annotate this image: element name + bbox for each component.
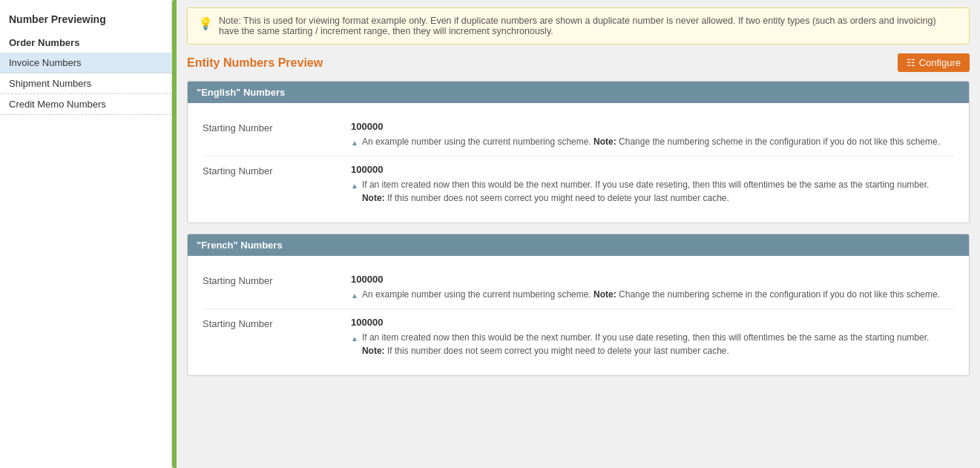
row-content: 100000▲An example number using the curre… (351, 274, 954, 301)
row-label: Starting Number (203, 274, 351, 286)
info-triangle-icon: ▲ (351, 290, 358, 301)
info-triangle-icon: ▲ (351, 333, 358, 344)
configure-icon: ☷ (907, 57, 915, 68)
info-text: If an item created now then this would b… (362, 178, 954, 205)
notice-text: Note: This is used for viewing format ex… (219, 16, 958, 36)
row-label: Starting Number (203, 317, 351, 329)
sidebar-title: Number Previewing (0, 7, 171, 33)
row-number: 100000 (351, 121, 954, 132)
notice-icon: 💡 (198, 16, 213, 30)
row-content: 100000▲An example number using the curre… (351, 121, 954, 148)
number-row-english-0: Starting Number100000▲An example number … (203, 113, 954, 156)
sections-container: "English" NumbersStarting Number100000▲A… (187, 81, 970, 376)
sidebar-group-label: Order Numbers (0, 33, 171, 53)
main-content: 💡 Note: This is used for viewing format … (177, 0, 980, 468)
number-row-english-1: Starting Number100000▲If an item created… (203, 156, 954, 212)
section-french: "French" NumbersStarting Number100000▲An… (187, 234, 970, 376)
number-row-french-0: Starting Number100000▲An example number … (203, 266, 954, 309)
row-number: 100000 (351, 274, 954, 285)
row-number: 100000 (351, 164, 954, 175)
row-info: ▲If an item created now then this would … (351, 331, 954, 357)
page-title: Entity Numbers Preview (187, 56, 323, 70)
info-text: If an item created now then this would b… (362, 331, 954, 357)
configure-label: Configure (919, 57, 961, 68)
sidebar-item-credit-memo[interactable]: Credit Memo Numbers (0, 94, 171, 115)
row-content: 100000▲If an item created now then this … (351, 317, 954, 357)
number-row-french-1: Starting Number100000▲If an item created… (203, 309, 954, 365)
sidebar: Number Previewing Order Numbers Invoice … (0, 0, 172, 468)
sidebar-items: Invoice NumbersShipment NumbersCredit Me… (0, 53, 171, 115)
section-body-english: Starting Number100000▲An example number … (188, 103, 969, 223)
row-label: Starting Number (203, 164, 351, 177)
section-body-french: Starting Number100000▲An example number … (188, 256, 969, 375)
info-text: An example number using the current numb… (362, 135, 940, 148)
row-info: ▲An example number using the current num… (351, 135, 954, 148)
sidebar-item-shipment[interactable]: Shipment Numbers (0, 73, 171, 94)
info-triangle-icon: ▲ (351, 180, 358, 191)
sidebar-item-invoice[interactable]: Invoice Numbers (0, 53, 171, 73)
row-label: Starting Number (203, 121, 351, 134)
section-header-french: "French" Numbers (188, 234, 969, 256)
info-triangle-icon: ▲ (351, 137, 358, 148)
row-info: ▲If an item created now then this would … (351, 178, 954, 205)
notice-box: 💡 Note: This is used for viewing format … (187, 7, 970, 45)
info-text: An example number using the current numb… (362, 288, 940, 301)
row-number: 100000 (351, 317, 954, 328)
header-row: Entity Numbers Preview ☷ Configure (187, 53, 970, 72)
configure-button[interactable]: ☷ Configure (898, 53, 970, 72)
section-header-english: "English" Numbers (188, 82, 969, 103)
row-info: ▲An example number using the current num… (351, 288, 954, 301)
row-content: 100000▲If an item created now then this … (351, 164, 954, 205)
section-english: "English" NumbersStarting Number100000▲A… (187, 81, 970, 223)
